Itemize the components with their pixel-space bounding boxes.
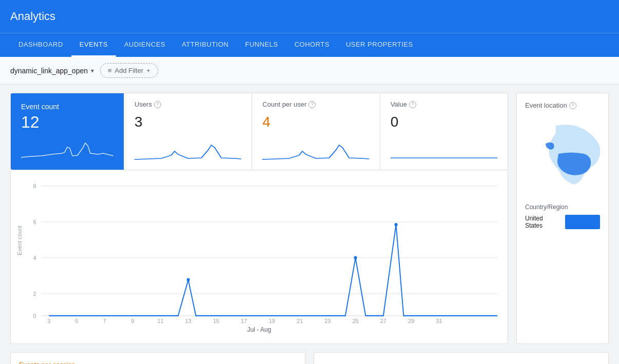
svg-text:19: 19	[269, 317, 275, 324]
svg-text:27: 27	[380, 317, 386, 324]
event-location-info-icon[interactable]: ?	[569, 102, 576, 109]
svg-text:15: 15	[213, 317, 219, 324]
svg-text:31: 31	[436, 317, 442, 324]
country-bar-row: United States	[525, 215, 600, 229]
svg-text:29: 29	[408, 317, 414, 324]
value-label: Value ?	[391, 100, 497, 108]
event-count-sparkline	[21, 138, 113, 160]
svg-point-28	[395, 223, 398, 226]
event-count-card: Event count 12	[11, 93, 124, 170]
svg-text:23: 23	[324, 317, 331, 324]
country-name: United States	[525, 215, 561, 229]
svg-text:13: 13	[185, 317, 191, 324]
app-title: Analytics	[10, 10, 55, 23]
nav-user-properties[interactable]: USER PROPERTIES	[338, 33, 421, 57]
value-card: Value ? 0	[380, 93, 508, 170]
value-sparkline	[391, 140, 497, 163]
svg-text:6: 6	[33, 219, 36, 226]
users-card: Users ? 3	[124, 93, 252, 170]
chevron-down-icon: ▾	[91, 67, 94, 74]
svg-text:25: 25	[353, 317, 359, 324]
svg-point-27	[354, 256, 357, 259]
event-count-label: Event count	[21, 103, 113, 111]
svg-point-26	[187, 278, 190, 281]
event-count-value: 12	[21, 113, 113, 132]
event-name: dynamic_link_app_open	[10, 67, 88, 75]
chart-container: Event count 8 6 4 2 0 3 5	[10, 170, 508, 344]
count-per-user-sparkline	[262, 140, 369, 163]
svg-text:5: 5	[75, 317, 79, 324]
nav-audiences[interactable]: AUDIENCES	[116, 33, 173, 57]
value-info-icon[interactable]: ?	[409, 101, 416, 108]
main-content: Event count 12 Users ? 3	[0, 85, 619, 352]
users-info-icon[interactable]: ?	[154, 101, 161, 108]
svg-text:8: 8	[33, 183, 36, 190]
filter-icon: ≡	[108, 67, 112, 74]
plus-icon: +	[146, 67, 150, 74]
header: Analytics	[0, 0, 619, 33]
svg-text:7: 7	[103, 317, 106, 324]
bottom-card-2	[314, 352, 609, 364]
add-filter-label: Add Filter	[115, 67, 144, 74]
svg-text:11: 11	[157, 317, 163, 324]
nav-cohorts[interactable]: COHORTS	[286, 33, 338, 57]
events-per-session-card: Events per session	[10, 352, 305, 364]
bottom-panel: Events per session	[0, 352, 619, 364]
add-filter-button[interactable]: ≡ Add Filter +	[100, 63, 158, 78]
svg-text:4: 4	[33, 255, 36, 261]
users-sparkline	[134, 140, 241, 163]
count-per-user-value: 4	[262, 114, 369, 130]
count-per-user-info-icon[interactable]: ?	[308, 101, 316, 108]
svg-text:0: 0	[33, 313, 36, 319]
chart-x-label: Jul - Aug	[21, 326, 497, 333]
svg-text:9: 9	[131, 317, 134, 324]
filter-bar: dynamic_link_app_open ▾ ≡ Add Filter +	[0, 57, 619, 85]
metrics-row: Event count 12 Users ? 3	[10, 93, 508, 170]
nav-attribution[interactable]: ATTRIBUTION	[173, 33, 237, 57]
event-selector[interactable]: dynamic_link_app_open ▾	[10, 67, 94, 75]
svg-text:17: 17	[241, 317, 247, 324]
nav-funnels[interactable]: FUNNELS	[237, 33, 286, 57]
svg-text:3: 3	[47, 317, 50, 324]
count-per-user-label: Count per user ?	[262, 100, 369, 108]
country-region-label: Country/Region	[525, 204, 600, 211]
map-placeholder	[525, 115, 600, 197]
nav-dashboard[interactable]: DASHBOARD	[10, 33, 71, 57]
svg-text:2: 2	[33, 291, 36, 297]
y-axis-label: Event count	[16, 226, 23, 255]
left-panel: Event count 12 Users ? 3	[10, 93, 508, 344]
country-bar	[565, 215, 600, 229]
svg-text:21: 21	[297, 317, 303, 324]
right-panel: Event location ? Country/Region United S…	[516, 93, 609, 344]
events-per-session-label: Events per session	[19, 361, 297, 364]
users-label: Users ?	[134, 100, 241, 108]
users-value: 3	[134, 114, 241, 130]
chart-area: Event count 8 6 4 2 0 3 5	[21, 180, 497, 324]
nav-events[interactable]: EVENTS	[71, 33, 116, 57]
count-per-user-card: Count per user ? 4	[252, 93, 379, 170]
event-location-title: Event location ?	[525, 102, 600, 109]
value-value: 0	[391, 114, 497, 130]
main-nav: DASHBOARD EVENTS AUDIENCES ATTRIBUTION F…	[0, 33, 619, 57]
